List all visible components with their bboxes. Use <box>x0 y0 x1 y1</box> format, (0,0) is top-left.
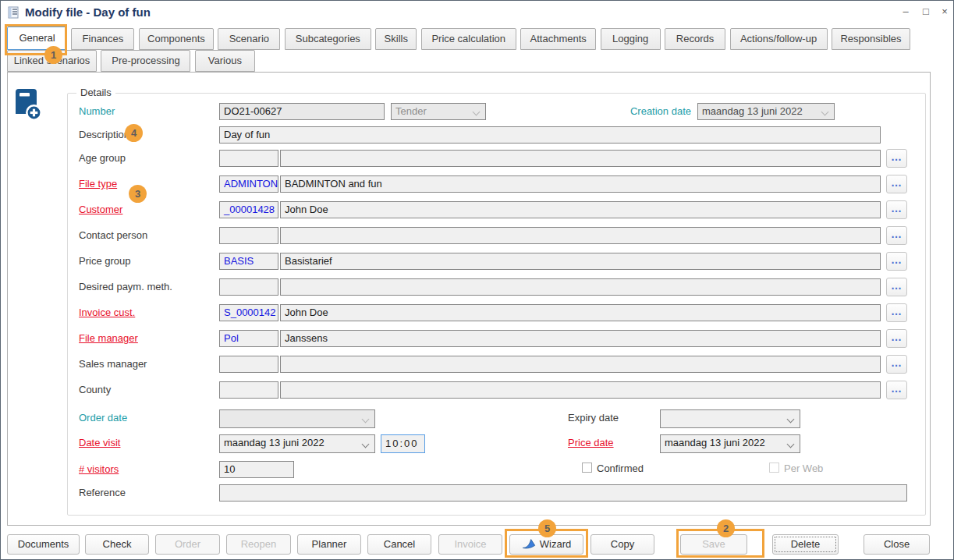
dropdown-chevron-icon <box>362 416 370 424</box>
file-manager-label: File manager <box>79 332 138 344</box>
file-manager-lookup-button[interactable]: … <box>886 329 907 348</box>
age-group-label: Age group <box>79 152 126 164</box>
creation-date-label: Creation date <box>621 105 691 117</box>
county-name-field <box>280 381 881 399</box>
minimize-icon[interactable]: – <box>898 4 913 19</box>
file-manager-code-field[interactable]: Pol <box>219 330 278 347</box>
customer-code-field[interactable]: _00001428 <box>219 201 278 218</box>
reopen-button: Reopen <box>226 534 291 555</box>
tab-subcategories[interactable]: Subcategories <box>285 28 371 50</box>
annotation-badge-4: 4 <box>125 124 143 142</box>
creation-date-dropdown: maandag 13 juni 2022 <box>697 103 835 120</box>
description-label: Description <box>79 129 129 140</box>
file-type-name-field: BADMINTON and fun <box>280 175 881 193</box>
tab-scenario[interactable]: Scenario <box>218 28 280 50</box>
tab-components[interactable]: Components <box>139 28 214 50</box>
tab-logging[interactable]: Logging <box>601 28 661 50</box>
order-date-dropdown <box>219 409 375 428</box>
file-type-label: File type <box>79 178 117 190</box>
customer-lookup-button[interactable]: … <box>886 200 907 219</box>
price-group-code-field[interactable]: BASIS <box>219 253 278 270</box>
order-date-label: Order date <box>79 412 127 424</box>
details-legend: Details <box>76 87 115 98</box>
number-field: DO21-00627 <box>219 103 385 120</box>
visit-time-field[interactable]: 10:00 <box>381 434 425 453</box>
close-button[interactable]: Close <box>864 534 930 555</box>
tab-actions-follow-up[interactable]: Actions/follow-up <box>730 28 828 50</box>
documents-button[interactable]: Documents <box>7 534 80 555</box>
file-manager-name-field: Janssens <box>280 330 881 347</box>
tab-responsibles[interactable]: Responsibles <box>832 28 910 50</box>
sales-manager-lookup-button[interactable]: … <box>886 355 907 374</box>
visitors-field[interactable]: 10 <box>219 461 294 478</box>
age-group-code-field[interactable] <box>219 150 278 167</box>
age-group-name-field <box>280 150 881 167</box>
reference-label: Reference <box>79 487 126 498</box>
price-group-lookup-button[interactable]: … <box>886 252 907 271</box>
file-type-lookup-button[interactable]: … <box>886 175 907 193</box>
file-status-dropdown: Tender <box>391 103 486 120</box>
invoice-customer-code-field[interactable]: S_0000142 <box>219 304 278 321</box>
desired-payment-method-label: Desired paym. meth. <box>79 281 172 292</box>
invoice-customer-label: Invoice cust. <box>79 307 135 318</box>
planner-button[interactable]: Planner <box>297 534 361 555</box>
tab-strip-row1: General Finances Components Scenario Sub… <box>7 28 911 50</box>
reference-field[interactable] <box>219 484 907 502</box>
copy-button[interactable]: Copy <box>590 534 654 555</box>
sales-manager-name-field <box>280 356 881 373</box>
tab-finances[interactable]: Finances <box>71 28 134 50</box>
description-field[interactable]: Day of fun <box>219 126 881 144</box>
contact-person-code-field[interactable] <box>219 227 278 244</box>
desired-payment-name-field <box>280 278 881 296</box>
expiry-date-dropdown[interactable] <box>660 409 800 428</box>
invoice-button: Invoice <box>438 534 502 555</box>
check-button[interactable]: Check <box>85 534 149 555</box>
tab-price-calculation[interactable]: Price calculation <box>421 28 516 50</box>
file-type-code-field[interactable]: ADMINTON <box>219 175 278 193</box>
tab-skills[interactable]: Skills <box>375 28 417 50</box>
dropdown-chevron-icon <box>787 441 795 448</box>
annotation-badge-3: 3 <box>129 185 147 203</box>
contact-person-label: Contact person <box>79 229 147 241</box>
maximize-icon[interactable]: □ <box>918 4 934 19</box>
tab-attachments[interactable]: Attachments <box>520 28 596 50</box>
county-code-field[interactable] <box>219 381 278 399</box>
price-group-name-field: Basistarief <box>280 253 881 270</box>
sales-manager-code-field[interactable] <box>219 356 278 373</box>
customer-name-field: John Doe <box>280 201 881 218</box>
tab-various[interactable]: Various <box>195 50 255 72</box>
price-date-label: Price date <box>568 437 614 448</box>
invoice-customer-name-field: John Doe <box>280 304 881 321</box>
per-web-label: Per Web <box>784 463 823 474</box>
invoice-customer-lookup-button[interactable]: … <box>886 303 907 322</box>
delete-button[interactable]: Delete <box>772 534 839 555</box>
county-lookup-button[interactable]: … <box>886 381 907 399</box>
title-bar[interactable]: Modify file - Day of fun – □ × <box>1 1 953 25</box>
dropdown-chevron-icon <box>787 416 795 424</box>
modify-file-window: Modify file - Day of fun – □ × General F… <box>0 0 954 560</box>
number-label: Number <box>79 105 115 117</box>
desired-payment-lookup-button[interactable]: … <box>886 278 907 296</box>
annotation-badge-2: 2 <box>717 519 735 537</box>
county-label: County <box>79 384 111 395</box>
age-group-lookup-button[interactable]: … <box>886 149 907 168</box>
contact-person-lookup-button[interactable]: … <box>886 226 907 245</box>
tab-pre-processing[interactable]: Pre-processing <box>101 50 190 72</box>
customer-label: Customer <box>79 204 122 215</box>
tab-records[interactable]: Records <box>665 28 725 50</box>
desired-payment-code-field[interactable] <box>219 278 278 296</box>
dropdown-chevron-icon <box>473 108 481 116</box>
file-add-icon <box>12 87 42 122</box>
close-icon[interactable]: × <box>937 4 952 19</box>
modify-file-icon <box>7 6 20 19</box>
annotation-badge-1: 1 <box>44 46 62 64</box>
dropdown-chevron-icon <box>821 108 829 116</box>
cancel-button[interactable]: Cancel <box>367 534 431 555</box>
contact-person-name-field <box>280 227 881 244</box>
date-visit-dropdown[interactable]: maandag 13 juni 2022 <box>219 434 375 453</box>
dropdown-chevron-icon <box>362 441 370 448</box>
expiry-date-label: Expiry date <box>568 412 619 424</box>
confirmed-checkbox[interactable] <box>582 463 592 473</box>
price-date-dropdown[interactable]: maandag 13 juni 2022 <box>660 434 800 453</box>
visitors-label: # visitors <box>79 463 119 475</box>
